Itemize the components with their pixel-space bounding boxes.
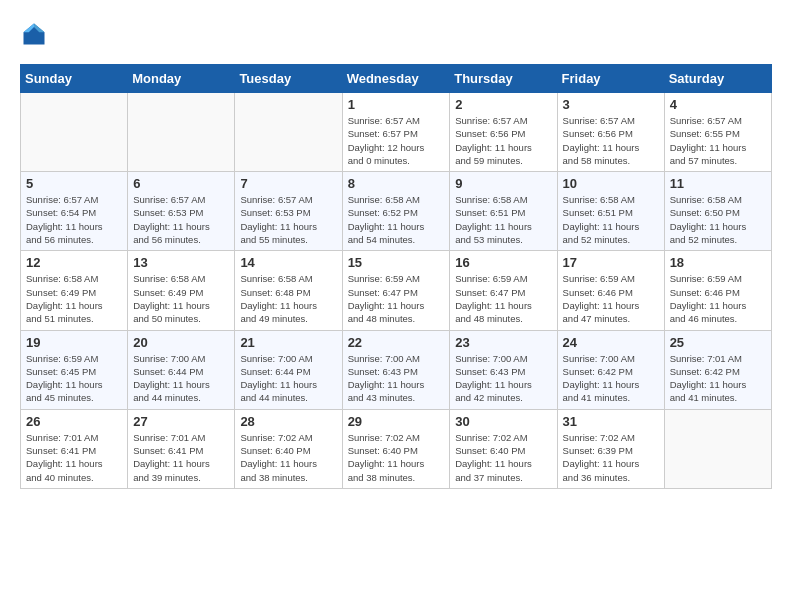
day-number: 7 xyxy=(240,176,336,191)
calendar-week-row: 5Sunrise: 6:57 AM Sunset: 6:54 PM Daylig… xyxy=(21,172,772,251)
day-number: 2 xyxy=(455,97,551,112)
day-number: 28 xyxy=(240,414,336,429)
calendar-cell xyxy=(21,93,128,172)
day-number: 11 xyxy=(670,176,766,191)
day-number: 31 xyxy=(563,414,659,429)
weekday-header: Thursday xyxy=(450,65,557,93)
calendar-table: SundayMondayTuesdayWednesdayThursdayFrid… xyxy=(20,64,772,489)
calendar-cell: 17Sunrise: 6:59 AM Sunset: 6:46 PM Dayli… xyxy=(557,251,664,330)
day-info: Sunrise: 7:02 AM Sunset: 6:40 PM Dayligh… xyxy=(240,431,336,484)
calendar-cell: 14Sunrise: 6:58 AM Sunset: 6:48 PM Dayli… xyxy=(235,251,342,330)
day-info: Sunrise: 6:58 AM Sunset: 6:51 PM Dayligh… xyxy=(455,193,551,246)
logo-icon xyxy=(20,20,48,48)
calendar-week-row: 19Sunrise: 6:59 AM Sunset: 6:45 PM Dayli… xyxy=(21,330,772,409)
day-info: Sunrise: 6:59 AM Sunset: 6:45 PM Dayligh… xyxy=(26,352,122,405)
page-header xyxy=(20,20,772,48)
day-number: 8 xyxy=(348,176,445,191)
calendar-cell: 26Sunrise: 7:01 AM Sunset: 6:41 PM Dayli… xyxy=(21,409,128,488)
day-number: 13 xyxy=(133,255,229,270)
calendar-cell xyxy=(128,93,235,172)
day-info: Sunrise: 6:57 AM Sunset: 6:53 PM Dayligh… xyxy=(240,193,336,246)
day-info: Sunrise: 6:59 AM Sunset: 6:47 PM Dayligh… xyxy=(348,272,445,325)
day-number: 14 xyxy=(240,255,336,270)
day-info: Sunrise: 6:59 AM Sunset: 6:46 PM Dayligh… xyxy=(670,272,766,325)
day-info: Sunrise: 7:00 AM Sunset: 6:44 PM Dayligh… xyxy=(133,352,229,405)
calendar-cell: 6Sunrise: 6:57 AM Sunset: 6:53 PM Daylig… xyxy=(128,172,235,251)
day-number: 1 xyxy=(348,97,445,112)
calendar-cell xyxy=(235,93,342,172)
day-number: 29 xyxy=(348,414,445,429)
day-number: 6 xyxy=(133,176,229,191)
day-number: 18 xyxy=(670,255,766,270)
weekday-header: Saturday xyxy=(664,65,771,93)
day-number: 26 xyxy=(26,414,122,429)
day-number: 16 xyxy=(455,255,551,270)
weekday-header: Tuesday xyxy=(235,65,342,93)
calendar-cell: 28Sunrise: 7:02 AM Sunset: 6:40 PM Dayli… xyxy=(235,409,342,488)
day-number: 27 xyxy=(133,414,229,429)
day-number: 25 xyxy=(670,335,766,350)
day-info: Sunrise: 6:57 AM Sunset: 6:53 PM Dayligh… xyxy=(133,193,229,246)
calendar-cell: 11Sunrise: 6:58 AM Sunset: 6:50 PM Dayli… xyxy=(664,172,771,251)
day-number: 10 xyxy=(563,176,659,191)
calendar-cell: 30Sunrise: 7:02 AM Sunset: 6:40 PM Dayli… xyxy=(450,409,557,488)
day-number: 9 xyxy=(455,176,551,191)
day-number: 12 xyxy=(26,255,122,270)
day-number: 4 xyxy=(670,97,766,112)
calendar-cell: 21Sunrise: 7:00 AM Sunset: 6:44 PM Dayli… xyxy=(235,330,342,409)
calendar-cell: 27Sunrise: 7:01 AM Sunset: 6:41 PM Dayli… xyxy=(128,409,235,488)
calendar-cell: 19Sunrise: 6:59 AM Sunset: 6:45 PM Dayli… xyxy=(21,330,128,409)
calendar-cell: 9Sunrise: 6:58 AM Sunset: 6:51 PM Daylig… xyxy=(450,172,557,251)
day-info: Sunrise: 6:58 AM Sunset: 6:51 PM Dayligh… xyxy=(563,193,659,246)
day-info: Sunrise: 7:02 AM Sunset: 6:40 PM Dayligh… xyxy=(348,431,445,484)
day-number: 30 xyxy=(455,414,551,429)
day-info: Sunrise: 6:57 AM Sunset: 6:56 PM Dayligh… xyxy=(455,114,551,167)
day-info: Sunrise: 7:01 AM Sunset: 6:42 PM Dayligh… xyxy=(670,352,766,405)
day-info: Sunrise: 6:58 AM Sunset: 6:49 PM Dayligh… xyxy=(133,272,229,325)
day-info: Sunrise: 7:02 AM Sunset: 6:40 PM Dayligh… xyxy=(455,431,551,484)
day-info: Sunrise: 7:01 AM Sunset: 6:41 PM Dayligh… xyxy=(26,431,122,484)
calendar-cell: 20Sunrise: 7:00 AM Sunset: 6:44 PM Dayli… xyxy=(128,330,235,409)
day-info: Sunrise: 6:58 AM Sunset: 6:50 PM Dayligh… xyxy=(670,193,766,246)
calendar-week-row: 12Sunrise: 6:58 AM Sunset: 6:49 PM Dayli… xyxy=(21,251,772,330)
calendar-cell: 1Sunrise: 6:57 AM Sunset: 6:57 PM Daylig… xyxy=(342,93,450,172)
day-info: Sunrise: 6:59 AM Sunset: 6:46 PM Dayligh… xyxy=(563,272,659,325)
calendar-cell: 16Sunrise: 6:59 AM Sunset: 6:47 PM Dayli… xyxy=(450,251,557,330)
calendar-cell: 23Sunrise: 7:00 AM Sunset: 6:43 PM Dayli… xyxy=(450,330,557,409)
weekday-header: Wednesday xyxy=(342,65,450,93)
day-info: Sunrise: 6:57 AM Sunset: 6:54 PM Dayligh… xyxy=(26,193,122,246)
day-number: 24 xyxy=(563,335,659,350)
calendar-cell: 5Sunrise: 6:57 AM Sunset: 6:54 PM Daylig… xyxy=(21,172,128,251)
day-info: Sunrise: 7:00 AM Sunset: 6:43 PM Dayligh… xyxy=(455,352,551,405)
day-info: Sunrise: 6:59 AM Sunset: 6:47 PM Dayligh… xyxy=(455,272,551,325)
calendar-cell xyxy=(664,409,771,488)
day-number: 19 xyxy=(26,335,122,350)
calendar-cell: 29Sunrise: 7:02 AM Sunset: 6:40 PM Dayli… xyxy=(342,409,450,488)
day-info: Sunrise: 7:00 AM Sunset: 6:43 PM Dayligh… xyxy=(348,352,445,405)
calendar-header-row: SundayMondayTuesdayWednesdayThursdayFrid… xyxy=(21,65,772,93)
calendar-cell: 25Sunrise: 7:01 AM Sunset: 6:42 PM Dayli… xyxy=(664,330,771,409)
calendar-week-row: 1Sunrise: 6:57 AM Sunset: 6:57 PM Daylig… xyxy=(21,93,772,172)
calendar-cell: 2Sunrise: 6:57 AM Sunset: 6:56 PM Daylig… xyxy=(450,93,557,172)
day-number: 17 xyxy=(563,255,659,270)
day-number: 21 xyxy=(240,335,336,350)
calendar-cell: 18Sunrise: 6:59 AM Sunset: 6:46 PM Dayli… xyxy=(664,251,771,330)
weekday-header: Monday xyxy=(128,65,235,93)
day-info: Sunrise: 6:57 AM Sunset: 6:55 PM Dayligh… xyxy=(670,114,766,167)
day-number: 15 xyxy=(348,255,445,270)
day-info: Sunrise: 7:01 AM Sunset: 6:41 PM Dayligh… xyxy=(133,431,229,484)
calendar-cell: 3Sunrise: 6:57 AM Sunset: 6:56 PM Daylig… xyxy=(557,93,664,172)
weekday-header: Sunday xyxy=(21,65,128,93)
calendar-cell: 22Sunrise: 7:00 AM Sunset: 6:43 PM Dayli… xyxy=(342,330,450,409)
day-info: Sunrise: 7:02 AM Sunset: 6:39 PM Dayligh… xyxy=(563,431,659,484)
calendar-cell: 10Sunrise: 6:58 AM Sunset: 6:51 PM Dayli… xyxy=(557,172,664,251)
day-number: 20 xyxy=(133,335,229,350)
calendar-cell: 24Sunrise: 7:00 AM Sunset: 6:42 PM Dayli… xyxy=(557,330,664,409)
day-info: Sunrise: 6:58 AM Sunset: 6:52 PM Dayligh… xyxy=(348,193,445,246)
day-info: Sunrise: 7:00 AM Sunset: 6:42 PM Dayligh… xyxy=(563,352,659,405)
day-number: 22 xyxy=(348,335,445,350)
calendar-cell: 12Sunrise: 6:58 AM Sunset: 6:49 PM Dayli… xyxy=(21,251,128,330)
calendar-cell: 13Sunrise: 6:58 AM Sunset: 6:49 PM Dayli… xyxy=(128,251,235,330)
day-info: Sunrise: 7:00 AM Sunset: 6:44 PM Dayligh… xyxy=(240,352,336,405)
logo xyxy=(20,20,52,48)
